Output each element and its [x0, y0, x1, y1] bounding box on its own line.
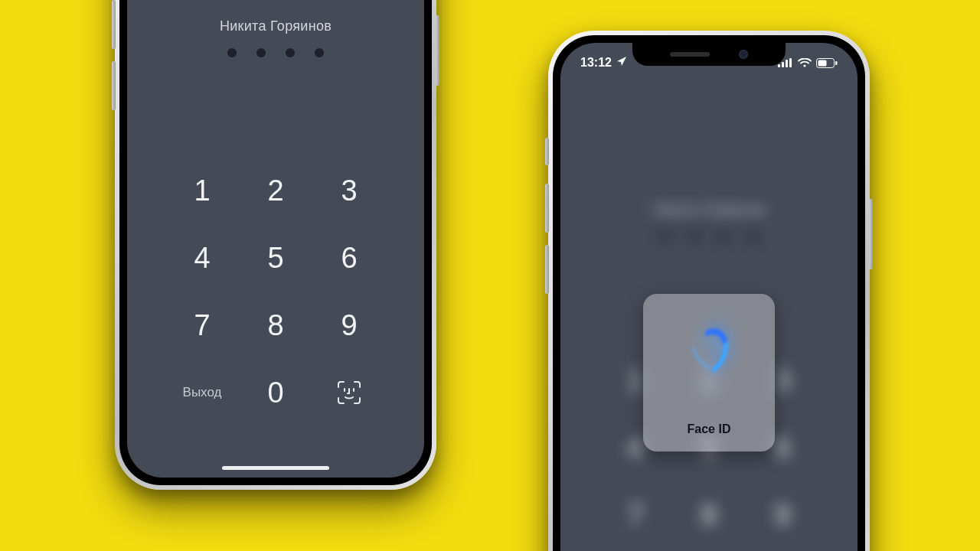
key-3[interactable]: 3 [312, 157, 386, 224]
pin-dot [315, 48, 324, 57]
phone-right: 13:12 [548, 31, 870, 551]
volume-down-button[interactable] [112, 61, 116, 110]
key-4[interactable]: 4 [165, 224, 239, 292]
faceid-prompt: Face ID [643, 294, 775, 452]
phone-left: Никита Горяинов 1 2 3 4 5 6 7 8 9 [115, 0, 436, 490]
location-arrow-icon [616, 56, 627, 70]
pin-dot [227, 48, 237, 57]
key-9[interactable]: 9 [312, 292, 386, 359]
pin-dot [256, 48, 266, 57]
screen-left: Никита Горяинов 1 2 3 4 5 6 7 8 9 [127, 0, 424, 478]
home-indicator[interactable] [222, 466, 329, 470]
volume-up-button[interactable] [545, 184, 549, 233]
key-6[interactable]: 6 [312, 224, 386, 292]
key-2[interactable]: 2 [239, 157, 312, 224]
key-8[interactable]: 8 [239, 292, 312, 359]
power-button[interactable] [436, 15, 439, 86]
mute-switch[interactable] [545, 138, 549, 165]
key-5[interactable]: 5 [239, 224, 312, 292]
volume-up-button[interactable] [112, 0, 116, 49]
wifi-icon [798, 58, 812, 67]
pin-lock-screen: Никита Горяинов 1 2 3 4 5 6 7 8 9 [127, 0, 424, 478]
screen-right: 13:12 [560, 43, 858, 551]
status-time: 13:12 [580, 56, 612, 70]
svg-rect-6 [818, 60, 827, 66]
faceid-icon [336, 380, 362, 406]
svg-rect-7 [835, 61, 838, 65]
faceid-button[interactable] [312, 359, 386, 426]
battery-icon [816, 58, 838, 68]
pin-dot [286, 48, 295, 57]
key-1[interactable]: 1 [165, 157, 239, 224]
status-bar: 13:12 [560, 43, 858, 78]
svg-rect-2 [786, 60, 788, 67]
key-7[interactable]: 7 [165, 292, 239, 359]
svg-rect-0 [778, 64, 780, 67]
power-button[interactable] [869, 199, 873, 269]
volume-down-button[interactable] [545, 245, 549, 294]
keypad: 1 2 3 4 5 6 7 8 9 Выход 0 [165, 157, 386, 426]
faceid-spinner-icon [678, 321, 740, 383]
svg-rect-3 [789, 58, 792, 67]
exit-button[interactable]: Выход [165, 359, 239, 426]
faceid-prompt-label: Face ID [688, 422, 731, 436]
stage: Никита Горяинов 1 2 3 4 5 6 7 8 9 [0, 0, 980, 551]
svg-rect-1 [782, 62, 784, 67]
cellular-signal-icon [778, 58, 793, 67]
key-0[interactable]: 0 [239, 359, 312, 426]
svg-point-4 [803, 64, 805, 67]
user-name-label: Никита Горяинов [220, 18, 332, 34]
pin-dots [227, 48, 324, 57]
